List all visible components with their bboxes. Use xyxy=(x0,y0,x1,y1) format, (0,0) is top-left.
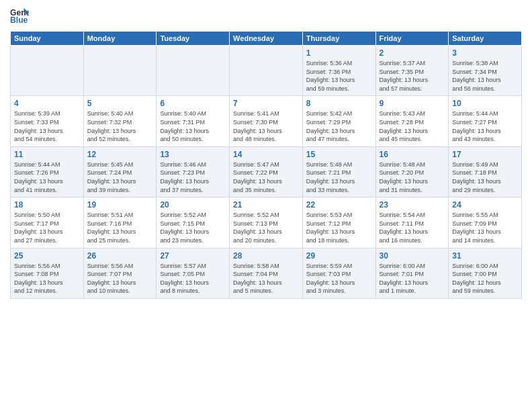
day-info: Sunrise: 6:00 AM Sunset: 7:00 PM Dayligh… xyxy=(452,262,518,295)
calendar-cell xyxy=(83,46,157,96)
day-number: 22 xyxy=(306,200,372,210)
calendar-cell: 31Sunrise: 6:00 AM Sunset: 7:00 PM Dayli… xyxy=(449,248,522,298)
day-info: Sunrise: 5:40 AM Sunset: 7:31 PM Dayligh… xyxy=(160,109,226,143)
day-number: 17 xyxy=(452,150,518,159)
day-info: Sunrise: 6:00 AM Sunset: 7:01 PM Dayligh… xyxy=(380,262,445,295)
day-info: Sunrise: 5:55 AM Sunset: 7:09 PM Dayligh… xyxy=(452,211,518,244)
day-number: 19 xyxy=(87,200,153,210)
day-info: Sunrise: 5:59 AM Sunset: 7:03 PM Dayligh… xyxy=(306,262,372,295)
day-number: 1 xyxy=(306,48,372,58)
day-number: 26 xyxy=(87,251,153,261)
calendar-cell: 9Sunrise: 5:43 AM Sunset: 7:28 PM Daylig… xyxy=(375,96,449,146)
calendar-cell: 26Sunrise: 5:56 AM Sunset: 7:07 PM Dayli… xyxy=(83,248,157,298)
calendar-week-row: 1Sunrise: 5:36 AM Sunset: 7:36 PM Daylig… xyxy=(11,46,522,96)
calendar-cell: 12Sunrise: 5:45 AM Sunset: 7:24 PM Dayli… xyxy=(83,146,157,197)
calendar-cell: 13Sunrise: 5:46 AM Sunset: 7:23 PM Dayli… xyxy=(157,146,230,197)
calendar-cell xyxy=(230,46,303,96)
day-info: Sunrise: 5:40 AM Sunset: 7:32 PM Dayligh… xyxy=(87,109,153,143)
day-info: Sunrise: 5:53 AM Sunset: 7:12 PM Dayligh… xyxy=(306,211,372,244)
calendar-cell: 19Sunrise: 5:51 AM Sunset: 7:16 PM Dayli… xyxy=(83,197,157,248)
calendar-cell: 21Sunrise: 5:52 AM Sunset: 7:13 PM Dayli… xyxy=(230,197,303,248)
day-info: Sunrise: 5:51 AM Sunset: 7:16 PM Dayligh… xyxy=(87,211,153,244)
day-number: 12 xyxy=(87,150,153,159)
logo-icon: General Blue xyxy=(10,7,29,26)
calendar-cell: 1Sunrise: 5:36 AM Sunset: 7:36 PM Daylig… xyxy=(302,46,375,96)
calendar-cell: 7Sunrise: 5:41 AM Sunset: 7:30 PM Daylig… xyxy=(230,96,303,146)
day-number: 6 xyxy=(160,99,226,108)
calendar-cell: 22Sunrise: 5:53 AM Sunset: 7:12 PM Dayli… xyxy=(302,197,375,248)
calendar-cell xyxy=(157,46,230,96)
calendar-cell: 8Sunrise: 5:42 AM Sunset: 7:29 PM Daylig… xyxy=(302,96,375,146)
weekday-header-wednesday: Wednesday xyxy=(230,32,303,46)
logo: General Blue xyxy=(10,7,29,26)
calendar-cell: 5Sunrise: 5:40 AM Sunset: 7:32 PM Daylig… xyxy=(83,96,157,146)
day-info: Sunrise: 5:58 AM Sunset: 7:04 PM Dayligh… xyxy=(233,262,299,295)
calendar-cell: 14Sunrise: 5:47 AM Sunset: 7:22 PM Dayli… xyxy=(230,146,303,197)
day-number: 24 xyxy=(452,200,518,210)
calendar-cell: 24Sunrise: 5:55 AM Sunset: 7:09 PM Dayli… xyxy=(449,197,522,248)
weekday-header-sunday: Sunday xyxy=(11,32,84,46)
day-info: Sunrise: 5:37 AM Sunset: 7:35 PM Dayligh… xyxy=(380,59,445,93)
day-number: 10 xyxy=(452,99,518,108)
day-info: Sunrise: 5:56 AM Sunset: 7:08 PM Dayligh… xyxy=(14,262,80,295)
day-number: 29 xyxy=(306,251,372,261)
day-number: 15 xyxy=(306,150,372,159)
day-number: 18 xyxy=(14,200,80,210)
day-info: Sunrise: 5:41 AM Sunset: 7:30 PM Dayligh… xyxy=(233,109,299,143)
calendar-week-row: 25Sunrise: 5:56 AM Sunset: 7:08 PM Dayli… xyxy=(11,248,522,298)
calendar-cell: 28Sunrise: 5:58 AM Sunset: 7:04 PM Dayli… xyxy=(230,248,303,298)
day-number: 14 xyxy=(233,150,299,159)
day-number: 4 xyxy=(14,99,80,108)
day-info: Sunrise: 5:56 AM Sunset: 7:07 PM Dayligh… xyxy=(87,262,153,295)
calendar-cell: 30Sunrise: 6:00 AM Sunset: 7:01 PM Dayli… xyxy=(375,248,449,298)
day-number: 9 xyxy=(380,99,445,108)
weekday-header-friday: Friday xyxy=(375,32,449,46)
day-info: Sunrise: 5:42 AM Sunset: 7:29 PM Dayligh… xyxy=(306,109,372,143)
calendar-cell: 20Sunrise: 5:52 AM Sunset: 7:15 PM Dayli… xyxy=(157,197,230,248)
day-info: Sunrise: 5:52 AM Sunset: 7:15 PM Dayligh… xyxy=(160,211,226,244)
calendar-cell: 16Sunrise: 5:48 AM Sunset: 7:20 PM Dayli… xyxy=(375,146,449,197)
day-number: 30 xyxy=(380,251,445,261)
day-number: 11 xyxy=(14,150,80,159)
day-number: 16 xyxy=(380,150,445,159)
calendar-week-row: 11Sunrise: 5:44 AM Sunset: 7:26 PM Dayli… xyxy=(11,146,522,197)
weekday-header-monday: Monday xyxy=(83,32,157,46)
calendar-cell: 29Sunrise: 5:59 AM Sunset: 7:03 PM Dayli… xyxy=(302,248,375,298)
day-info: Sunrise: 5:54 AM Sunset: 7:11 PM Dayligh… xyxy=(380,211,445,244)
day-info: Sunrise: 5:43 AM Sunset: 7:28 PM Dayligh… xyxy=(380,109,445,143)
day-number: 3 xyxy=(452,48,518,58)
day-info: Sunrise: 5:52 AM Sunset: 7:13 PM Dayligh… xyxy=(233,211,299,244)
day-info: Sunrise: 5:39 AM Sunset: 7:33 PM Dayligh… xyxy=(14,109,80,143)
day-info: Sunrise: 5:48 AM Sunset: 7:20 PM Dayligh… xyxy=(380,161,445,194)
calendar-week-row: 4Sunrise: 5:39 AM Sunset: 7:33 PM Daylig… xyxy=(11,96,522,146)
day-info: Sunrise: 5:47 AM Sunset: 7:22 PM Dayligh… xyxy=(233,161,299,194)
calendar-cell: 4Sunrise: 5:39 AM Sunset: 7:33 PM Daylig… xyxy=(11,96,84,146)
calendar-cell: 6Sunrise: 5:40 AM Sunset: 7:31 PM Daylig… xyxy=(157,96,230,146)
day-info: Sunrise: 5:46 AM Sunset: 7:23 PM Dayligh… xyxy=(160,161,226,194)
svg-text:Blue: Blue xyxy=(10,15,28,25)
calendar-cell: 17Sunrise: 5:49 AM Sunset: 7:18 PM Dayli… xyxy=(449,146,522,197)
day-number: 20 xyxy=(160,200,226,210)
calendar-cell: 2Sunrise: 5:37 AM Sunset: 7:35 PM Daylig… xyxy=(375,46,449,96)
calendar-cell: 23Sunrise: 5:54 AM Sunset: 7:11 PM Dayli… xyxy=(375,197,449,248)
weekday-header-thursday: Thursday xyxy=(302,32,375,46)
day-number: 5 xyxy=(87,99,153,108)
day-info: Sunrise: 5:48 AM Sunset: 7:21 PM Dayligh… xyxy=(306,161,372,194)
calendar-cell: 10Sunrise: 5:44 AM Sunset: 7:27 PM Dayli… xyxy=(449,96,522,146)
day-number: 27 xyxy=(160,251,226,261)
day-number: 7 xyxy=(233,99,299,108)
calendar-cell: 27Sunrise: 5:57 AM Sunset: 7:05 PM Dayli… xyxy=(157,248,230,298)
day-number: 23 xyxy=(380,200,445,210)
weekday-header-saturday: Saturday xyxy=(449,32,522,46)
day-number: 8 xyxy=(306,99,372,108)
weekday-header-tuesday: Tuesday xyxy=(157,32,230,46)
calendar-cell xyxy=(11,46,84,96)
day-number: 13 xyxy=(160,150,226,159)
calendar-cell: 15Sunrise: 5:48 AM Sunset: 7:21 PM Dayli… xyxy=(302,146,375,197)
day-number: 2 xyxy=(380,48,445,58)
day-info: Sunrise: 5:50 AM Sunset: 7:17 PM Dayligh… xyxy=(14,211,80,244)
calendar-week-row: 18Sunrise: 5:50 AM Sunset: 7:17 PM Dayli… xyxy=(11,197,522,248)
calendar-cell: 25Sunrise: 5:56 AM Sunset: 7:08 PM Dayli… xyxy=(11,248,84,298)
calendar-table: SundayMondayTuesdayWednesdayThursdayFrid… xyxy=(10,31,522,299)
weekday-header-row: SundayMondayTuesdayWednesdayThursdayFrid… xyxy=(11,32,522,46)
